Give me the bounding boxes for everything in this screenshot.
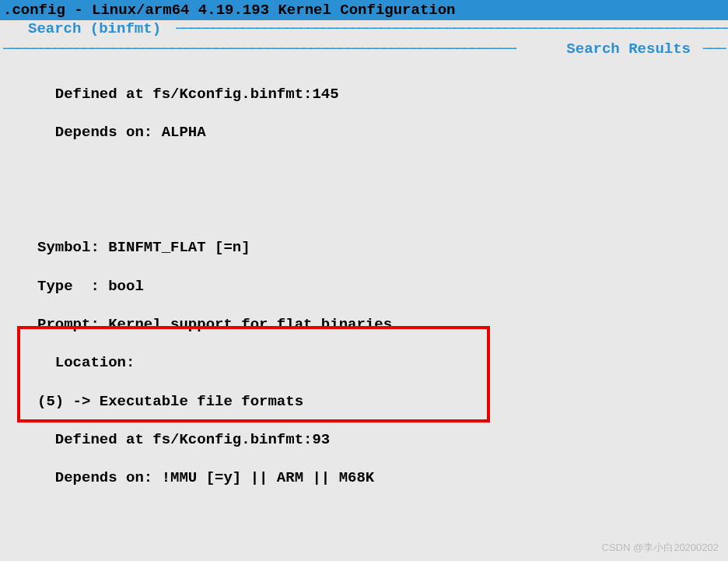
title-bar: .config - Linux/arm64 4.19.193 Kernel Co… <box>0 0 728 20</box>
result-line: Depends on: !MMU [=y] || ARM || M68K <box>37 468 728 488</box>
result-line <box>37 161 728 181</box>
watermark: CSDN @李小白20200202 <box>602 541 719 555</box>
result-line: (5) -> Executable file formats <box>37 392 728 412</box>
search-results-content[interactable]: Defined at fs/Kconfig.binfmt:145 Depends… <box>0 62 728 561</box>
result-line: Symbol: BINFMT_FLAT [=n] <box>37 238 728 258</box>
result-line: Defined at fs/Kconfig.binfmt:93 <box>37 430 728 450</box>
result-line: Prompt: Kernel support for flat binaries <box>37 315 728 335</box>
result-line: Type : bool <box>37 277 728 296</box>
result-line: Depends on: ALPHA <box>37 123 728 142</box>
result-line <box>37 200 728 219</box>
result-line <box>37 507 728 527</box>
divider-line-left: ────────────────────────────────────────… <box>3 40 516 58</box>
result-line: Location: <box>37 353 728 373</box>
search-subtitle: Search (binfmt) <box>28 20 161 37</box>
result-line: Defined at fs/Kconfig.binfmt:145 <box>37 85 728 104</box>
results-header-row: ────────────────────────────────────────… <box>0 40 728 62</box>
subtitle-row: Search (binfmt) ────────────────────────… <box>0 20 728 40</box>
divider-line-right: ─── <box>703 40 725 58</box>
window-title: .config - Linux/arm64 4.19.193 Kernel Co… <box>3 2 456 19</box>
search-results-label: Search Results <box>566 40 691 58</box>
divider-line: ────────────────────────────────────────… <box>176 20 728 37</box>
